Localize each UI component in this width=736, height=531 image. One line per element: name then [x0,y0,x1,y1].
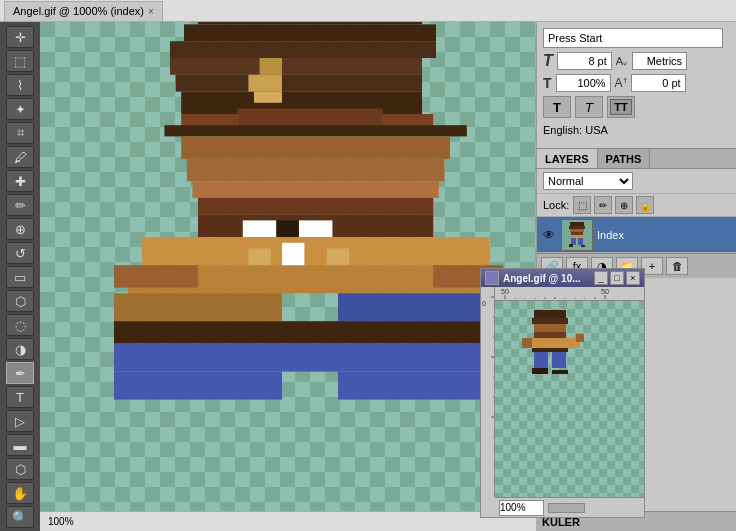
float-scroll-bar[interactable] [548,503,640,513]
svg-rect-7 [254,92,282,103]
tool-shape[interactable]: ▬ [6,434,34,456]
svg-rect-28 [338,372,492,400]
font-name-input[interactable] [543,28,723,48]
character-panel-content: T Aᵥ T Aꜛ T T TT English: USA [537,22,736,148]
hand-icon: ✋ [12,486,28,501]
lock-transparency-btn[interactable]: ⬚ [573,196,591,214]
layers-header: LAYERS PATHS [537,149,736,169]
canvas-background [40,22,536,511]
layer-item-index[interactable]: 👁 Index [537,217,736,253]
font-select-row [543,28,730,48]
float-bottom-bar [495,497,644,517]
path-select-icon: ▷ [15,414,25,429]
lock-icons: ⬚ ✏ ⊕ 🔒 [573,196,654,214]
tt-button[interactable]: TT [607,96,635,118]
metrics-icon: Aᵥ [616,55,628,68]
tool-text[interactable]: T [6,386,34,408]
tool-magic-wand[interactable]: ✦ [6,98,34,120]
tool-clone[interactable]: ⊕ [6,218,34,240]
v-ruler-svg: 0 [481,287,495,497]
bucket-icon: ⬡ [15,294,26,309]
tool-eyedropper[interactable]: 🖊 [6,146,34,168]
tab-paths[interactable]: PATHS [598,149,651,168]
float-scroll-thumb[interactable] [548,503,585,513]
layer-name-label: Index [597,229,624,241]
tool-pen[interactable]: ✒ [6,362,34,384]
tool-crop[interactable]: ⌗ [6,122,34,144]
tool-3d[interactable]: ⬡ [6,458,34,480]
baseline-input[interactable] [631,74,686,92]
svg-rect-21 [142,237,489,265]
tool-dodge[interactable]: ◑ [6,338,34,360]
float-zoom-input[interactable] [499,500,544,516]
float-close-btn[interactable]: × [626,271,640,285]
float-canvas-area[interactable] [495,301,644,497]
lock-all-icon: 🔒 [639,200,651,211]
layers-section: LAYERS PATHS Normal Lock: ⬚ ✏ ⊕ 🔒 👁 [537,148,736,278]
size-t-icon: T [543,52,553,70]
eyedropper-icon: 🖊 [14,150,27,165]
svg-text:0: 0 [482,300,486,307]
tab-layers[interactable]: LAYERS [537,149,598,168]
svg-rect-3 [170,58,422,75]
document-tab[interactable]: Angel.gif @ 1000% (index) × [4,1,163,21]
tab-paths-label: PATHS [606,153,642,165]
font-size-input[interactable] [557,52,612,70]
svg-rect-33 [327,248,349,265]
tab-close[interactable]: × [148,6,154,17]
tool-hand[interactable]: ✋ [6,482,34,504]
svg-rect-46 [581,245,585,247]
svg-rect-26 [114,344,517,372]
float-ruler-vertical: 0 [481,287,495,497]
svg-rect-39 [571,232,583,235]
svg-rect-41 [571,238,576,241]
tool-zoom[interactable]: 🔍 [6,506,34,528]
blend-mode-row: Normal [537,169,736,194]
language-row: English: USA [543,124,730,136]
metrics-input[interactable] [632,52,687,70]
zoom-icon: 🔍 [12,510,28,525]
wand-icon: ✦ [15,102,26,117]
lock-pos-icon: ⊕ [620,200,628,211]
svg-rect-31 [248,248,270,265]
zoom-level: 100% [48,516,74,527]
blend-mode-select[interactable]: Normal [543,172,633,190]
main-canvas[interactable] [40,22,536,511]
tool-brush[interactable]: ✏ [6,194,34,216]
svg-rect-1 [184,24,436,41]
svg-rect-29 [114,265,198,287]
svg-rect-4 [176,75,422,92]
tool-select-rect[interactable]: ⬚ [6,50,34,72]
svg-rect-77 [534,352,548,368]
tool-heal[interactable]: ✚ [6,170,34,192]
rect-select-icon: ⬚ [14,54,26,69]
italic-button[interactable]: T [575,96,603,118]
layer-visibility-eye[interactable]: 👁 [541,227,557,243]
lock-all-btn[interactable]: 🔒 [636,196,654,214]
float-maximize-btn[interactable]: □ [610,271,624,285]
scale-input[interactable] [556,74,611,92]
float-window-titlebar[interactable]: Angel.gif @ 10... _ □ × [481,269,644,287]
svg-text:50: 50 [601,288,609,295]
blur-icon: ◌ [15,318,26,333]
lock-paint-btn[interactable]: ✏ [594,196,612,214]
tool-path-select[interactable]: ▷ [6,410,34,432]
tab-label: Angel.gif @ 1000% (index) [13,5,144,17]
layer-delete-btn[interactable]: 🗑 [666,257,688,275]
clone-icon: ⊕ [15,222,26,237]
tool-paint-bucket[interactable]: ⬡ [6,290,34,312]
bold-button[interactable]: T [543,96,571,118]
tool-history[interactable]: ↺ [6,242,34,264]
float-window-controls: _ □ × [594,271,640,285]
lock-label: Lock: [543,199,569,211]
tool-eraser[interactable]: ▭ [6,266,34,288]
lock-position-btn[interactable]: ⊕ [615,196,633,214]
svg-rect-8 [260,58,282,75]
float-minimize-btn[interactable]: _ [594,271,608,285]
svg-rect-19 [299,220,333,237]
tool-blur[interactable]: ◌ [6,314,34,336]
brush-icon: ✏ [15,198,26,213]
svg-rect-47 [495,287,644,299]
tool-lasso[interactable]: ⌇ [6,74,34,96]
tool-move[interactable]: ✛ [6,26,34,48]
